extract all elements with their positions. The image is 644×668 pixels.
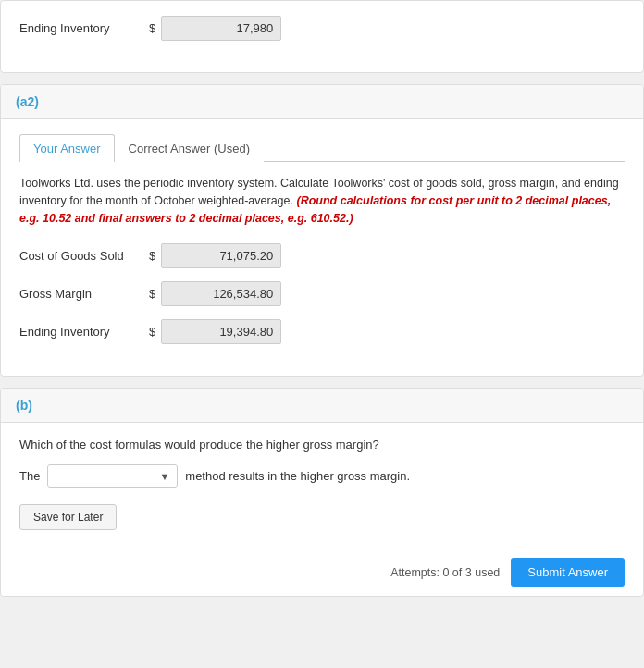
- method-dropdown[interactable]: FIFO LIFO Weighted-average: [56, 469, 154, 483]
- tab-your-answer[interactable]: Your Answer: [19, 134, 115, 162]
- a2-description: Toolworks Ltd. uses the periodic invento…: [19, 175, 625, 227]
- b-question: Which of the cost formulas would produce…: [19, 438, 625, 452]
- gross-margin-row: Gross Margin $: [19, 281, 625, 306]
- cogs-currency: $: [149, 249, 155, 263]
- ending-inventory-a2-input[interactable]: [161, 319, 281, 344]
- dropdown-wrapper[interactable]: FIFO LIFO Weighted-average ▼: [47, 464, 178, 488]
- ending-inventory-label: Ending Inventory: [19, 21, 149, 35]
- b-header: (b): [1, 389, 643, 423]
- ending-inventory-row: Ending Inventory $: [19, 16, 625, 41]
- a2-header: (a2): [1, 85, 643, 119]
- b-body: Which of the cost formulas would produce…: [1, 423, 643, 549]
- cogs-row: Cost of Goods Sold $: [19, 243, 625, 268]
- ending-inventory-input[interactable]: [161, 16, 281, 41]
- a2-body: Your Answer Correct Answer (Used) Toolwo…: [1, 119, 643, 376]
- a2-tabs: Your Answer Correct Answer (Used): [19, 134, 625, 162]
- bottom-bar: Attempts: 0 of 3 used Submit Answer: [1, 549, 643, 596]
- gross-margin-currency: $: [149, 287, 155, 301]
- dropdown-label-before: The: [19, 469, 40, 483]
- ending-inventory-currency: $: [149, 21, 155, 35]
- save-button-container: Save for Later: [19, 504, 625, 530]
- gross-margin-label: Gross Margin: [19, 287, 149, 301]
- tab-correct-answer[interactable]: Correct Answer (Used): [115, 134, 264, 162]
- gross-margin-input[interactable]: [161, 281, 281, 306]
- ending-inventory-a2-label: Ending Inventory: [19, 325, 149, 339]
- b-section: (b) Which of the cost formulas would pro…: [0, 388, 644, 597]
- save-for-later-button[interactable]: Save for Later: [19, 504, 117, 530]
- dropdown-label-after: method results in the higher gross margi…: [185, 469, 410, 483]
- b-dropdown-row: The FIFO LIFO Weighted-average ▼ method …: [19, 464, 625, 488]
- top-section: Ending Inventory $: [0, 0, 644, 73]
- cogs-input[interactable]: [161, 243, 281, 268]
- dropdown-arrow-icon: ▼: [159, 471, 169, 482]
- b-title: (b): [16, 398, 32, 413]
- a2-title: (a2): [16, 94, 39, 109]
- ending-inventory-a2-row: Ending Inventory $: [19, 319, 625, 344]
- a2-section: (a2) Your Answer Correct Answer (Used) T…: [0, 84, 644, 377]
- ending-inventory-a2-currency: $: [149, 325, 155, 339]
- cogs-label: Cost of Goods Sold: [19, 249, 149, 263]
- submit-answer-button[interactable]: Submit Answer: [511, 558, 625, 587]
- attempts-text: Attempts: 0 of 3 used: [390, 566, 500, 579]
